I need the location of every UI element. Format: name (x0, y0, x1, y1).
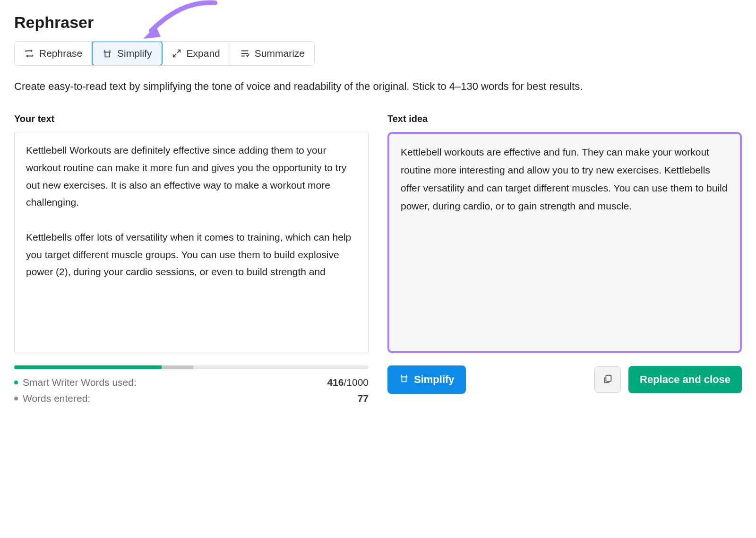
page-title: Rephraser (14, 13, 742, 32)
simplify-icon (102, 48, 112, 59)
words-entered-value: 77 (358, 393, 369, 404)
bullet-icon (14, 381, 18, 384)
source-text-input[interactable] (14, 132, 369, 353)
words-progress-bar (14, 365, 369, 369)
tab-label: Summarize (255, 48, 305, 59)
words-entered-row: Words entered: 77 (14, 393, 369, 404)
simplify-button[interactable]: Simplify (387, 365, 466, 394)
words-used-label: Smart Writer Words used: (23, 377, 137, 388)
tab-summarize[interactable]: Summarize (230, 42, 314, 65)
summarize-icon (240, 48, 250, 59)
tab-description: Create easy-to-read text by simplifying … (14, 78, 610, 95)
tab-expand[interactable]: Expand (162, 42, 230, 65)
tab-rephrase[interactable]: Rephrase (15, 42, 92, 65)
simplify-button-label: Simplify (414, 373, 455, 386)
text-idea-label: Text idea (387, 113, 742, 124)
tab-group: Rephrase Simplify Expand Summarize (14, 41, 315, 66)
rephrase-icon (24, 48, 34, 59)
tab-simplify[interactable]: Simplify (92, 41, 163, 66)
simplify-icon (399, 373, 409, 386)
expand-icon (172, 48, 182, 59)
svg-rect-0 (606, 375, 611, 381)
copy-icon (602, 374, 613, 386)
your-text-label: Your text (14, 113, 369, 124)
words-entered-label: Words entered: (23, 393, 90, 404)
tab-label: Simplify (117, 48, 152, 59)
words-used-value: 416/1000 (327, 377, 369, 388)
copy-button[interactable] (594, 366, 621, 393)
words-used-row: Smart Writer Words used: 416/1000 (14, 377, 369, 388)
tab-label: Expand (187, 48, 220, 59)
output-text: Kettlebell workouts are effective and fu… (387, 132, 742, 353)
replace-button-label: Replace and close (640, 373, 730, 386)
replace-and-close-button[interactable]: Replace and close (628, 366, 742, 393)
tab-label: Rephrase (39, 48, 82, 59)
bullet-icon (14, 397, 18, 400)
